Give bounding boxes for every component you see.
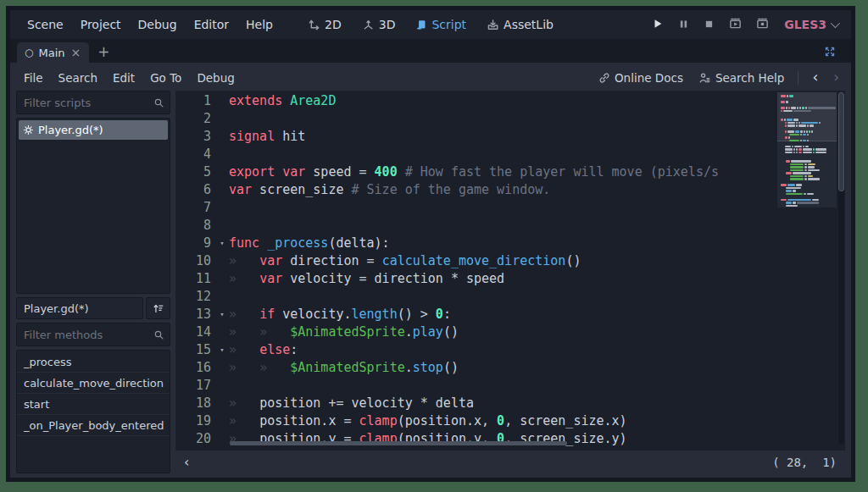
fold-arrow-icon[interactable]: ▾ — [215, 306, 229, 323]
code-text: » if velocity.length() > 0: — [229, 306, 451, 323]
code-line[interactable]: 18» position += velocity * delta — [175, 395, 845, 412]
scene-tabstrip: ○ Main × + — [10, 39, 851, 63]
code-line[interactable]: 6var screen_size # Size of the game wind… — [175, 181, 845, 199]
renderer-dropdown[interactable]: GLES3 — [779, 16, 843, 33]
workspace-switcher: 2D3DScriptAssetLib — [301, 10, 560, 39]
play-button[interactable] — [648, 14, 668, 36]
minimap-segment — [788, 136, 790, 139]
minimap-segment — [784, 119, 786, 121]
code-line[interactable]: 7 — [175, 199, 845, 217]
code-line[interactable]: 13▾» if velocity.length() > 0: — [175, 306, 845, 323]
distraction-free-button[interactable] — [821, 42, 844, 63]
code-line[interactable]: 1extends Area2D — [175, 92, 845, 110]
godot-editor-window: SceneProjectDebugEditorHelp 2D3DScriptAs… — [10, 10, 851, 478]
vertical-scrollbar-grabber[interactable] — [838, 92, 844, 191]
minimap-segment — [791, 107, 796, 109]
fold-gutter — [215, 377, 229, 395]
code-line[interactable]: 21 — [175, 448, 845, 451]
minimap-segment — [798, 152, 802, 154]
line-number: 16 — [175, 359, 215, 377]
online-docs-button[interactable]: Online Docs — [593, 68, 689, 88]
menu-debug[interactable]: Debug — [130, 14, 186, 35]
menu-help[interactable]: Help — [237, 14, 281, 35]
line-number: 20 — [175, 430, 215, 448]
play-scene-button[interactable] — [725, 14, 746, 36]
method-item-start[interactable]: start — [17, 394, 170, 415]
stop-icon — [704, 19, 715, 30]
scriptmenu-edit[interactable]: Edit — [105, 68, 142, 88]
code-minimap[interactable] — [777, 92, 837, 207]
minimap-segment — [808, 163, 815, 166]
scriptmenu-file[interactable]: File — [16, 68, 51, 88]
scriptmenu-debug[interactable]: Debug — [189, 68, 242, 88]
minimap-segment — [804, 163, 807, 166]
workspace-3d[interactable]: 3D — [355, 14, 403, 35]
pause-button[interactable] — [674, 14, 693, 36]
divider — [798, 71, 798, 85]
minimap-row — [781, 187, 835, 190]
minimap-segment — [785, 152, 793, 154]
minimap-segment — [802, 107, 804, 109]
code-line[interactable]: 14» » $AnimatedSprite.play() — [175, 323, 845, 341]
workspace-script[interactable]: Script — [409, 14, 473, 35]
filter-methods-input[interactable] — [22, 328, 150, 342]
sort-methods-button[interactable] — [146, 297, 170, 319]
minimap-segment — [795, 130, 799, 133]
code-line[interactable]: 10» var direction = calculate_move_direc… — [175, 252, 845, 270]
code-line[interactable]: 19» position.x = clamp(position.x, 0, sc… — [175, 412, 845, 430]
code-line[interactable]: 17 — [175, 377, 845, 395]
method-item-_on_Player_body_entered[interactable]: _on_Player_body_entered — [17, 415, 170, 436]
toggle-scripts-panel-button[interactable]: ‹ — [175, 456, 198, 469]
fold-arrow-icon[interactable]: ▾ — [215, 341, 229, 359]
minimap-segment — [793, 190, 796, 192]
fold-gutter — [215, 430, 229, 448]
workspace-2d[interactable]: 2D — [301, 14, 348, 35]
fold-gutter — [215, 146, 229, 163]
code-line[interactable]: 11» var velocity = direction * speed — [175, 270, 845, 288]
code-line[interactable]: 16» » $AnimatedSprite.stop() — [175, 359, 845, 377]
fold-arrow-icon[interactable]: ▾ — [215, 235, 229, 252]
minimap-segment — [805, 107, 807, 109]
filter-scripts-input[interactable] — [22, 96, 150, 110]
play-icon — [652, 18, 664, 30]
code-line[interactable]: 5export var speed = 400 # How fast the p… — [175, 163, 845, 181]
horizontal-scrollbar-grabber[interactable] — [230, 441, 567, 445]
fold-gutter — [215, 359, 229, 377]
stop-button[interactable] — [699, 14, 719, 36]
close-icon[interactable]: × — [70, 47, 82, 58]
code-line[interactable]: 9▾func _process(delta): — [175, 235, 845, 252]
minimap-segment — [790, 163, 804, 166]
code-line[interactable]: 2 — [175, 110, 845, 128]
workspace-assetlib[interactable]: AssetLib — [480, 14, 560, 35]
fold-gutter — [215, 270, 229, 288]
minimap-row — [781, 193, 835, 196]
script-list-item[interactable]: Player.gd(*) — [19, 120, 168, 140]
add-scene-tab-button[interactable]: + — [89, 43, 118, 63]
code-editor[interactable]: 1extends Area2D23signal hit45export var … — [175, 91, 845, 451]
scriptmenu-search[interactable]: Search — [51, 68, 105, 88]
code-line[interactable]: 4 — [175, 146, 845, 163]
minimap-segment — [786, 172, 792, 174]
minimap-segment — [804, 130, 805, 133]
method-item-calculate_move_direction[interactable]: calculate_move_direction — [17, 373, 170, 394]
scriptmenu-go-to[interactable]: Go To — [142, 68, 189, 88]
minimap-segment — [804, 178, 807, 180]
minimap-segment — [785, 146, 791, 148]
code-line[interactable]: 12 — [175, 288, 845, 306]
search-help-button[interactable]: Search Help — [693, 68, 790, 88]
menu-scene[interactable]: Scene — [19, 14, 72, 35]
menu-editor[interactable]: Editor — [186, 14, 237, 35]
minimap-segment — [803, 134, 805, 136]
history-forward-button[interactable]: › — [827, 70, 845, 85]
code-line[interactable]: 15▾» else: — [175, 341, 845, 359]
code-line[interactable]: 3signal hit — [175, 128, 845, 146]
method-item-_process[interactable]: _process — [17, 351, 170, 373]
minimap-segment — [793, 152, 795, 154]
code-line[interactable]: 8 — [175, 217, 845, 235]
history-back-button[interactable]: ‹ — [806, 70, 824, 85]
vertical-scrollbar[interactable] — [838, 92, 844, 444]
minimap-segment — [797, 107, 798, 109]
play-custom-scene-button[interactable] — [752, 14, 773, 36]
menu-project[interactable]: Project — [72, 14, 130, 35]
scene-tab-main[interactable]: ○ Main × — [17, 42, 89, 63]
